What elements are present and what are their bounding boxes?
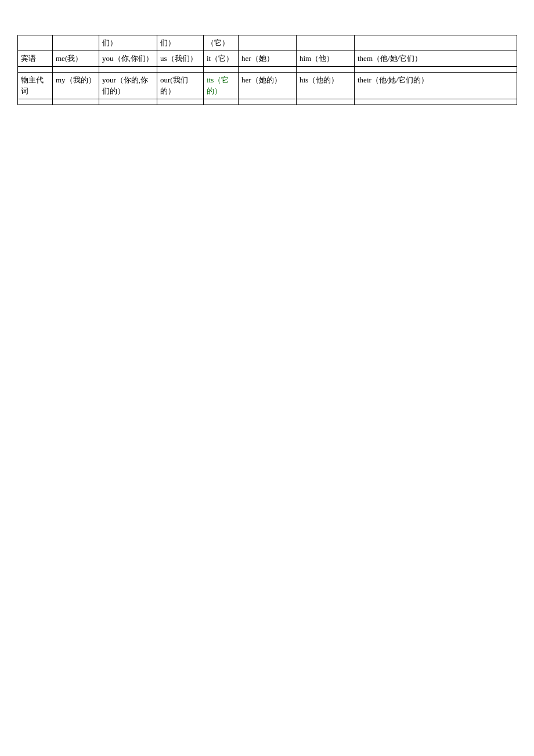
- table-cell: you（你,你们）: [99, 51, 157, 67]
- table-cell: [239, 35, 297, 51]
- table-cell: her（她的）: [239, 73, 297, 99]
- table-cell: it（它）: [204, 51, 239, 67]
- pronoun-table: 们） 们） （它） 宾语 me(我） you（你,你们） us（我们） it（它…: [17, 35, 517, 105]
- table-cell: （它）: [204, 35, 239, 51]
- table-cell: [157, 99, 204, 105]
- table-cell: [157, 67, 204, 73]
- table-cell: [18, 35, 53, 51]
- table-row: [18, 99, 517, 105]
- table-cell: [53, 35, 99, 51]
- table-cell: his（他的）: [297, 73, 355, 99]
- table-cell: [297, 99, 355, 105]
- table-cell: their（他/她/它们的）: [355, 73, 517, 99]
- table-cell: its（它的）: [204, 73, 239, 99]
- table-cell: [297, 67, 355, 73]
- table-cell: her（她）: [239, 51, 297, 67]
- table-cell: us（我们）: [157, 51, 204, 67]
- table-row: [18, 67, 517, 73]
- table-cell: 物主代词: [18, 73, 53, 99]
- table-cell: our(我们的）: [157, 73, 204, 99]
- table-cell: [355, 67, 517, 73]
- table-cell: 们）: [99, 35, 157, 51]
- table-cell: [53, 67, 99, 73]
- table-cell: them（他/她/它们）: [355, 51, 517, 67]
- table-cell: [53, 99, 99, 105]
- table-row: 们） 们） （它）: [18, 35, 517, 51]
- table-cell: [99, 67, 157, 73]
- table-cell: me(我）: [53, 51, 99, 67]
- table-cell: [355, 35, 517, 51]
- table-cell: him（他）: [297, 51, 355, 67]
- table-cell: 宾语: [18, 51, 53, 67]
- table-cell: 们）: [157, 35, 204, 51]
- table-cell: [204, 99, 239, 105]
- table-cell: [239, 67, 297, 73]
- table-cell: [239, 99, 297, 105]
- table-row: 宾语 me(我） you（你,你们） us（我们） it（它） her（她） h…: [18, 51, 517, 67]
- table-cell: [297, 35, 355, 51]
- table-cell: [204, 67, 239, 73]
- table-cell: [99, 99, 157, 105]
- table-cell: my（我的）: [53, 73, 99, 99]
- table-cell: [18, 99, 53, 105]
- table-cell: your（你的,你们的）: [99, 73, 157, 99]
- pronoun-table-container: 们） 们） （它） 宾语 me(我） you（你,你们） us（我们） it（它…: [17, 35, 517, 105]
- table-cell: [355, 99, 517, 105]
- table-row: 物主代词 my（我的） your（你的,你们的） our(我们的） its（它的…: [18, 73, 517, 99]
- table-cell: [18, 67, 53, 73]
